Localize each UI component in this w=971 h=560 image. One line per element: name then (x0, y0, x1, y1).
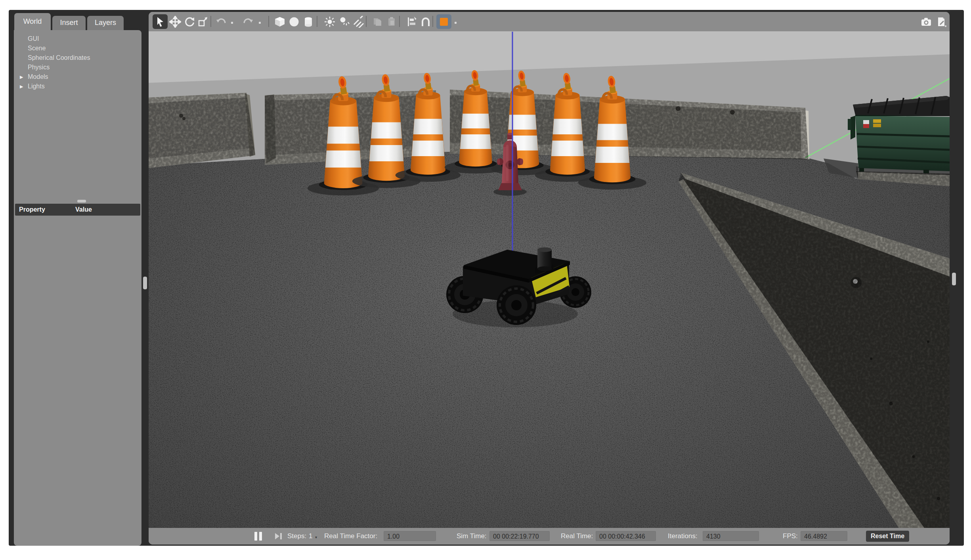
steps-spinner-icon[interactable]: ▾ (315, 535, 317, 539)
property-pane-splitter[interactable] (77, 200, 86, 203)
redo-button[interactable] (241, 14, 256, 29)
copy-button[interactable] (370, 14, 385, 29)
left-splitter[interactable] (141, 12, 149, 545)
toolbar-separator (317, 16, 317, 27)
render-area: Steps: 1 ▾ Real Time Factor: 1.00 Sim Ti… (149, 12, 950, 545)
spot-light-icon (338, 16, 350, 28)
rtf-field[interactable]: 1.00 (384, 531, 436, 541)
toolbar-separator (432, 16, 433, 27)
step-button[interactable] (274, 532, 284, 540)
fps-field[interactable]: 46.4892 (801, 531, 847, 541)
copy-icon (371, 16, 383, 28)
property-column-header: Property (19, 204, 45, 216)
redo-icon (242, 16, 254, 28)
sphere-icon (288, 16, 300, 28)
tree-item-gui[interactable]: GUI (14, 34, 141, 44)
right-splitter-handle[interactable] (952, 273, 956, 285)
iterations-label: Iterations: (668, 528, 698, 545)
translate-button[interactable] (168, 14, 183, 29)
world-tree: GUI Scene Spherical Coordinates Physics … (14, 34, 141, 91)
tree-item-scene[interactable]: Scene (14, 44, 141, 53)
tree-item-spherical-coordinates[interactable]: Spherical Coordinates (14, 53, 141, 63)
iterations-field[interactable]: 4130 (703, 531, 759, 541)
rotate-icon (183, 16, 195, 28)
view-angle-dropdown-dot[interactable] (455, 22, 457, 24)
snap-button[interactable] (418, 14, 433, 29)
log-record-icon (935, 16, 947, 28)
tab-world[interactable]: World (14, 13, 51, 30)
undo-history-dot[interactable] (231, 22, 233, 24)
robot-wheel (497, 285, 536, 325)
cylinder-icon (302, 16, 314, 28)
gazebo-window: World Insert Layers GUI Scene Spherical … (9, 10, 964, 546)
screenshot: World Insert Layers GUI Scene Spherical … (0, 0, 971, 560)
reset-time-button[interactable]: Reset Time (866, 531, 909, 542)
pause-icon (259, 532, 262, 541)
tree-item-models[interactable]: ▶Models (14, 72, 141, 82)
toolbar-separator (366, 16, 367, 27)
insert-box-button[interactable] (272, 14, 287, 29)
insert-sphere-button[interactable] (287, 14, 302, 29)
expand-arrow-icon[interactable]: ▶ (20, 72, 23, 82)
pause-button[interactable] (254, 532, 264, 541)
step-icon (274, 532, 284, 540)
tab-insert[interactable]: Insert (52, 16, 86, 30)
view-angle-icon (438, 16, 450, 28)
align-button[interactable] (404, 14, 419, 29)
rotate-button[interactable] (182, 14, 197, 29)
paste-icon (386, 16, 398, 28)
spot-light-button[interactable] (336, 14, 352, 29)
tree-item-physics[interactable]: Physics (14, 63, 141, 72)
point-light-icon (324, 16, 336, 28)
toolbar-separator (210, 16, 211, 27)
left-splitter-handle[interactable] (143, 277, 147, 289)
directional-light-icon (352, 16, 364, 28)
snap-icon (420, 16, 432, 28)
value-column-header: Value (75, 204, 92, 216)
real-time-field[interactable]: 00 00:00:42.346 (596, 531, 656, 541)
pause-icon (254, 532, 257, 541)
translate-icon (169, 16, 181, 28)
scene-canvas[interactable] (149, 31, 950, 528)
align-icon (405, 16, 417, 28)
scale-button[interactable] (195, 14, 210, 29)
world-panel: World Insert Layers GUI Scene Spherical … (14, 12, 141, 546)
undo-icon (215, 16, 227, 28)
panel-tabs: World Insert Layers (14, 12, 141, 30)
toolbar-separator (399, 16, 400, 27)
insert-cylinder-button[interactable] (301, 14, 316, 29)
tree-item-lights[interactable]: ▶Lights (14, 82, 141, 91)
world-tree-panel: GUI Scene Spherical Coordinates Physics … (14, 30, 141, 546)
scale-icon (197, 16, 209, 28)
toolbar-separator (268, 16, 269, 27)
point-light-button[interactable] (322, 14, 337, 29)
sim-time-label: Sim Time: (457, 528, 487, 545)
robot-sensor (535, 247, 553, 273)
paste-button[interactable] (384, 14, 399, 29)
sim-time-field[interactable]: 00 00:22:19.770 (489, 531, 550, 541)
select-icon (154, 16, 166, 28)
simulation-statusbar: Steps: 1 ▾ Real Time Factor: 1.00 Sim Ti… (149, 528, 950, 545)
real-time-label: Real Time: (561, 528, 593, 545)
right-splitter[interactable] (950, 12, 958, 545)
data-logger-button[interactable] (934, 14, 949, 29)
property-table-header: Property Value (15, 204, 140, 216)
dumpster[interactable] (848, 96, 950, 173)
rtf-label: Real Time Factor: (324, 528, 377, 545)
fps-label: FPS: (783, 528, 798, 545)
redo-history-dot[interactable] (259, 22, 261, 24)
steps-value[interactable]: 1 (309, 528, 312, 545)
select-button[interactable] (153, 14, 168, 29)
main-toolbar (149, 12, 950, 31)
camera-icon (920, 16, 932, 28)
view-angle-button[interactable] (436, 14, 451, 29)
tab-layers[interactable]: Layers (87, 16, 124, 30)
directional-light-button[interactable] (351, 14, 366, 29)
expand-arrow-icon[interactable]: ▶ (20, 82, 23, 91)
viewport-3d[interactable] (149, 31, 950, 528)
box-icon (274, 16, 286, 28)
screenshot-button[interactable] (919, 14, 934, 29)
steps-label: Steps: (287, 528, 306, 545)
undo-button[interactable] (214, 14, 229, 29)
